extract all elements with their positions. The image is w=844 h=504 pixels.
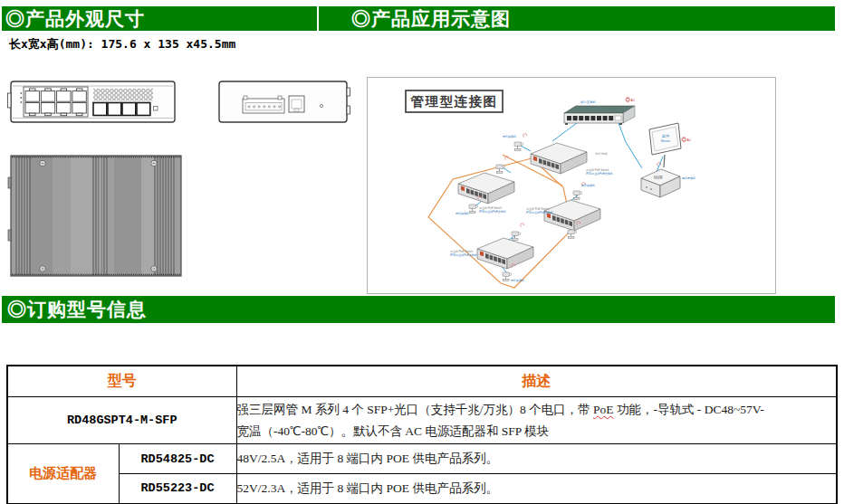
nvr-label: NVR (654, 176, 663, 180)
table-row: RD55223-DC 52V/2.3A，适用于 8 端口内 POE 供电产品系列… (7, 474, 837, 504)
svg-text:网络摄像机: 网络摄像机 (511, 279, 524, 282)
description-cell: 52V/2.3A，适用于 8 端口内 POE 供电产品系列。 (236, 474, 837, 504)
led-hole-grid (93, 89, 153, 101)
diagram-title: 管理型连接图 (410, 94, 498, 109)
product-drawings (5, 76, 359, 281)
diagram-title-box: 管理型连接图 (406, 90, 503, 112)
table-row: 电源适配器 RD54825-DC 48V/2.5A，适用于 8 端口内 POE … (7, 444, 837, 474)
core-switch (564, 106, 635, 125)
poe-term: PoE (593, 403, 614, 416)
svg-text:IP30工业级PoE交换机: IP30工业级PoE交换机 (586, 172, 613, 176)
description-line-1: 强三层网管 M 系列 4 个 SFP+光口（支持千兆/万兆）8 个电口，带 Po… (237, 399, 837, 421)
section-title-ordering: ◎订购型号信息 (2, 296, 835, 323)
model-cell: RD54825-DC (119, 444, 236, 474)
section-title-appearance: ◎产品外观尺寸 (2, 6, 317, 31)
description-cell: 强三层网管 M 系列 4 个 SFP+光口（支持千兆/万兆）8 个电口，带 Po… (236, 397, 837, 444)
dimensions-text: 长x宽x高(mm): 175.6 x 135 x45.5mm (9, 36, 235, 52)
adapter-group-cell: 电源适配器 (7, 444, 119, 504)
svg-text:IP30工业级PoE交换机: IP30工业级PoE交换机 (479, 210, 506, 214)
svg-text:网络摄像机: 网络摄像机 (456, 212, 469, 215)
core-switch-label: 核心交换机 (580, 100, 597, 104)
switch-front-view (8, 81, 176, 122)
model-column-header: 型号 (7, 366, 236, 397)
application-diagram: AC 管理型连接图 核 (367, 77, 776, 294)
model-cell: RD48GSPT4-M-SFP (7, 397, 236, 444)
description-column-header: 描述 (236, 366, 837, 397)
table-header-row: 型号 描述 (7, 366, 837, 397)
console-port (289, 96, 304, 112)
table-row: RD48GSPT4-M-SFP 强三层网管 M 系列 4 个 SFP+光口（支持… (7, 397, 837, 444)
fiber-line-label: 光纤/网线 (595, 152, 608, 156)
svg-text:IP30工业级PoE交换机: IP30工业级PoE交换机 (526, 211, 553, 214)
sfp-slots (93, 103, 150, 116)
monitor-label-en: Monitor (661, 139, 670, 143)
description-line-2: 宽温（-40℃-80℃）。默认不含 AC 电源适配器和 SFP 模块 (237, 421, 837, 442)
svg-text:IP30工业级PoE交换机: IP30工业级PoE交换机 (450, 253, 477, 257)
svg-text:网络摄像机: 网络摄像机 (581, 184, 595, 187)
heatsink-top-view (8, 156, 181, 276)
svg-text:网络摄像机: 网络摄像机 (503, 135, 516, 138)
description-cell: 48V/2.5A，适用于 8 端口内 POE 供电产品系列。 (236, 444, 837, 474)
nvr-side-label: 硬盘录像机 (682, 176, 695, 180)
switch-top-view (219, 81, 350, 122)
model-cell: RD55223-DC (119, 474, 236, 504)
monitor-label-cn: 监控 (662, 134, 669, 138)
section-title-application: ◎产品应用示意图 (319, 6, 835, 31)
ordering-table: 型号 描述 RD48GSPT4-M-SFP 强三层网管 M 系列 4 个 SFP… (6, 365, 838, 504)
